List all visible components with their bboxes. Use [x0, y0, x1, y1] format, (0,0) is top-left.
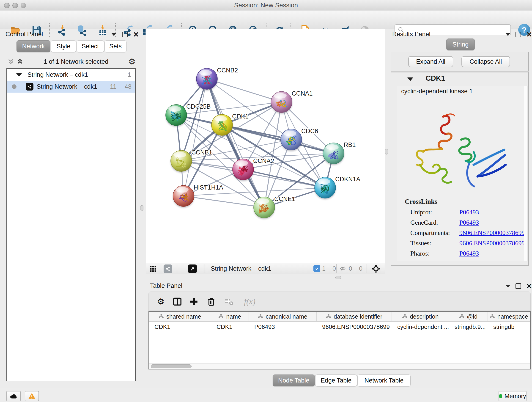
open-in-new-window-icon[interactable]: [188, 264, 197, 273]
column-header-shared-name[interactable]: shared name: [149, 312, 211, 321]
table-cell[interactable]: CDK1: [149, 322, 211, 332]
tab-sets[interactable]: Sets: [104, 40, 127, 52]
column-header-name[interactable]: name: [211, 312, 249, 321]
selected-checkbox-icon[interactable]: [313, 265, 320, 272]
expand-all-icon[interactable]: [16, 58, 24, 65]
crosslink-value-link[interactable]: P06493: [459, 209, 479, 216]
crosslink-value-link[interactable]: P06493: [459, 250, 479, 257]
float-panel-icon[interactable]: [122, 32, 128, 37]
network-share-icon[interactable]: [164, 264, 172, 273]
memory-button[interactable]: Memory: [499, 391, 526, 401]
tab-network[interactable]: Network: [17, 40, 51, 52]
table-cell[interactable]: stringdb:9...: [449, 322, 488, 332]
function-builder-icon[interactable]: f(x): [240, 296, 260, 307]
toolbar-separator: [205, 264, 205, 273]
node-CDC25B[interactable]: CDC25B: [166, 103, 211, 127]
panel-menu-icon[interactable]: [505, 285, 510, 288]
memory-status-dot: [499, 394, 502, 398]
column-header-canonical-name[interactable]: canonical name: [249, 312, 317, 321]
tab-string[interactable]: String: [446, 38, 475, 51]
float-panel-icon[interactable]: [515, 283, 521, 289]
tab-style[interactable]: Style: [51, 40, 76, 52]
show-columns-icon[interactable]: [172, 296, 183, 307]
crosslink-value-link[interactable]: P06493: [459, 219, 479, 226]
crosslink-label: Compartments:: [410, 229, 459, 236]
warnings-button[interactable]: [25, 391, 39, 401]
close-panel-icon[interactable]: ✕: [526, 283, 532, 289]
crosslink-value-link[interactable]: 9606.ENSP00000378699: [459, 240, 525, 247]
attribute-type-icon: [158, 314, 164, 319]
column-header-database-identifier[interactable]: database identifier: [317, 312, 392, 321]
node-CCNA2[interactable]: CCNA2: [233, 157, 274, 181]
crosslink-value-link[interactable]: 9606.ENSP00000378699: [459, 229, 525, 236]
results-panel-title: Results Panel: [392, 31, 431, 38]
tab-select[interactable]: Select: [76, 40, 104, 52]
birdseye-navigator-icon[interactable]: [371, 264, 381, 274]
edge-CCNB2-CCNA1[interactable]: [207, 79, 282, 102]
horizontal-splitter-handle[interactable]: [336, 276, 341, 279]
table-cell[interactable]: P06493: [249, 322, 317, 332]
table-cell[interactable]: stringdb: [488, 322, 530, 332]
table-options-gear-icon[interactable]: ⚙: [155, 296, 167, 307]
tab-node-table[interactable]: Node Table: [273, 375, 315, 386]
grid-view-icon[interactable]: [149, 265, 157, 274]
network-svg[interactable]: CCNB2CCNA1CDC25BCDK1CDC6RB1CCNB1CCNA2CDK…: [146, 29, 385, 263]
crosslink-row: Uniprot:P06493: [410, 207, 520, 217]
close-panel-icon[interactable]: ✕: [133, 32, 139, 37]
node-CDKN1A[interactable]: CDKN1A: [315, 176, 360, 199]
node-CCNB1[interactable]: CCNB1: [171, 149, 212, 172]
table-type-tabs: Node Table Edge Table Network Table: [273, 375, 411, 386]
close-panel-icon[interactable]: ✕: [526, 32, 532, 37]
table-cell[interactable]: 9606.ENSP00000378699: [317, 322, 392, 332]
delete-column-icon[interactable]: [206, 296, 217, 307]
main-toolbar: ?: [0, 11, 532, 29]
node-CCNE1[interactable]: CCNE1: [254, 196, 295, 219]
delete-table-icon-disabled[interactable]: [223, 296, 235, 307]
table-cell[interactable]: cyclin-dependent ...: [392, 322, 449, 332]
tab-network-table[interactable]: Network Table: [357, 375, 411, 386]
table-cell[interactable]: CDK1: [211, 322, 249, 332]
column-header-namespace[interactable]: namespace: [488, 312, 530, 321]
crosslinks-heading: CrossLinks: [405, 198, 437, 205]
toolbar-separator: [180, 264, 180, 273]
collection-expander-icon[interactable]: [16, 73, 22, 77]
node-label: CCNA2: [253, 157, 274, 164]
crosslink-row: Compartments:9606.ENSP00000378699: [410, 228, 520, 238]
network-options-gear-icon[interactable]: ⚙: [128, 57, 136, 66]
attribute-type-icon: [490, 314, 495, 319]
scrollbar-thumb[interactable]: [151, 364, 191, 368]
node-label: CDC25B: [186, 103, 211, 110]
collection-label: String Network – cdk1: [27, 71, 88, 78]
node-RB1[interactable]: RB1: [323, 141, 356, 165]
column-header--id[interactable]: @id: [449, 312, 488, 321]
table-row[interactable]: CDK1CDK1P064939606.ENSP00000378699cyclin…: [149, 322, 530, 332]
panel-menu-icon[interactable]: [505, 33, 510, 36]
network-collection-row[interactable]: String Network – cdk1 1: [7, 69, 135, 81]
column-header-description[interactable]: description: [392, 312, 449, 321]
node-label: CCNB1: [191, 149, 212, 156]
left-splitter-handle[interactable]: [140, 205, 143, 211]
expand-all-button[interactable]: Expand All: [408, 56, 453, 67]
panel-menu-icon[interactable]: [111, 33, 116, 36]
tab-edge-table[interactable]: Edge Table: [315, 375, 357, 386]
protein-expander-icon[interactable]: [407, 77, 413, 81]
hidden-eye-icon[interactable]: [339, 265, 346, 273]
cloud-status-button[interactable]: [6, 391, 21, 401]
float-panel-icon[interactable]: [515, 32, 521, 37]
edge-HIST1H1A-CCNE1[interactable]: [184, 196, 264, 207]
table-horizontal-scrollbar[interactable]: [149, 363, 530, 369]
node-CCNA1[interactable]: CCNA1: [271, 90, 313, 114]
collapse-all-button[interactable]: Collapse All: [462, 56, 510, 67]
network-row-selected[interactable]: String Network – cdk1 11 48: [7, 81, 135, 93]
network-view-canvas[interactable]: CCNB2CCNA1CDC25BCDK1CDC6RB1CCNB1CCNA2CDK…: [146, 29, 385, 274]
results-panel: Results Panel ✕ String Expand All Collap…: [388, 29, 532, 274]
node-HIST1H1A[interactable]: HIST1H1A: [173, 184, 223, 208]
edge-CCNA2-CDKN1A[interactable]: [243, 169, 325, 188]
node-label: CCNA1: [292, 90, 313, 97]
create-column-icon[interactable]: [188, 296, 200, 307]
collapse-all-icon[interactable]: [7, 58, 15, 65]
results-scrollbar[interactable]: [524, 86, 527, 261]
node-label: CDKN1A: [335, 176, 360, 183]
table-header-row: shared namenamecanonical namedatabase id…: [149, 312, 530, 322]
edge-count: 48: [125, 83, 132, 90]
